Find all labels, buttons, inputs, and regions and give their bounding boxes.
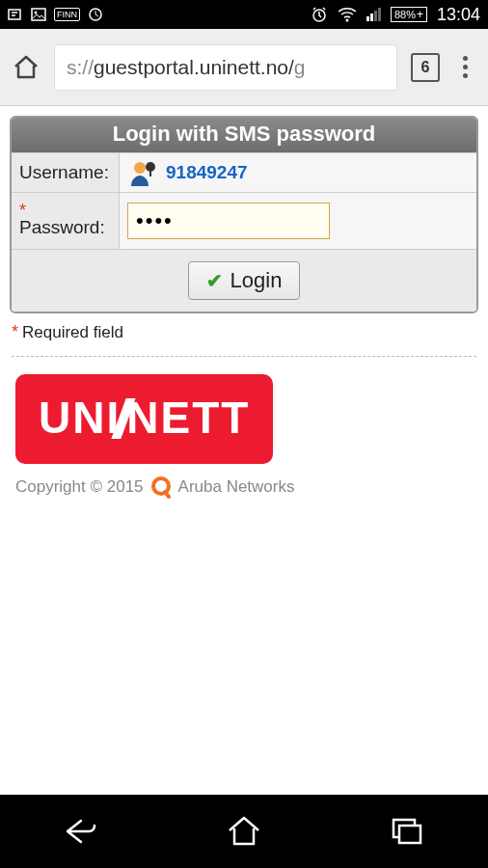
divider <box>12 356 476 357</box>
url-host: guestportal.uninett.no/ <box>94 56 294 79</box>
wifi-icon <box>338 7 357 22</box>
svg-point-5 <box>345 19 348 22</box>
aruba-logo-icon <box>149 475 173 499</box>
browser-toolbar: s://guestportal.uninett.no/g 6 <box>0 29 488 106</box>
clock: 13:04 <box>437 5 480 25</box>
uninett-logo: UNINETT <box>15 374 273 464</box>
copyright-text: Copyright © 2015 <box>15 477 144 497</box>
login-panel: Login with SMS password Username: 918492… <box>10 116 478 313</box>
password-label: Password: <box>19 217 105 238</box>
required-field-note: *Required field <box>10 313 478 356</box>
required-note-text: Required field <box>22 323 123 341</box>
login-button[interactable]: ✔ Login <box>188 261 301 300</box>
svg-rect-0 <box>9 10 20 19</box>
browser-home-button[interactable] <box>12 53 41 82</box>
page-content: Login with SMS password Username: 918492… <box>0 106 488 520</box>
svg-rect-8 <box>149 171 151 176</box>
password-row: * Password: <box>12 192 476 249</box>
battery-indicator: 88%+ <box>391 7 427 22</box>
signal-icon <box>366 8 381 21</box>
status-right-icons: 88%+ 13:04 <box>311 5 480 25</box>
tab-switcher-button[interactable]: 6 <box>411 53 440 82</box>
alarm-icon <box>311 6 328 23</box>
notification-icon <box>8 7 23 22</box>
android-nav-bar <box>0 795 488 868</box>
recent-apps-button[interactable] <box>388 812 426 851</box>
password-input[interactable] <box>127 203 330 239</box>
login-button-label: Login <box>230 268 283 293</box>
login-button-row: ✔ Login <box>12 249 476 312</box>
password-value-cell <box>120 193 476 249</box>
finn-app-icon: FINN <box>54 8 80 21</box>
password-label-cell: * Password: <box>12 193 120 249</box>
username-label: Username: <box>12 153 120 192</box>
panel-title: Login with SMS password <box>12 118 476 152</box>
browser-menu-button[interactable] <box>453 56 476 78</box>
url-path: g <box>294 56 306 79</box>
image-icon <box>31 7 46 22</box>
username-row: Username: 91849247 <box>12 152 476 192</box>
footer: Copyright © 2015 Aruba Networks <box>10 464 478 510</box>
vendor-text: Aruba Networks <box>178 477 295 497</box>
user-icon <box>127 157 158 188</box>
svg-rect-11 <box>399 826 420 843</box>
tab-count-value: 6 <box>421 59 430 76</box>
required-star-icon: * <box>19 203 26 217</box>
back-button[interactable] <box>62 812 100 851</box>
svg-point-2 <box>35 12 38 14</box>
status-left-icons: FINN <box>8 7 103 22</box>
home-button[interactable] <box>225 812 263 851</box>
check-icon: ✔ <box>206 269 223 292</box>
svg-rect-1 <box>32 9 45 20</box>
username-value: 91849247 <box>166 162 248 183</box>
svg-point-6 <box>134 162 146 174</box>
required-star-icon: * <box>12 322 18 341</box>
url-bar[interactable]: s://guestportal.uninett.no/g <box>54 44 397 91</box>
app-icon <box>88 7 103 22</box>
svg-point-7 <box>146 162 155 172</box>
android-status-bar: FINN 88%+ 13:04 <box>0 0 488 29</box>
username-value-cell: 91849247 <box>120 153 476 192</box>
url-scheme: s:// <box>67 56 94 79</box>
